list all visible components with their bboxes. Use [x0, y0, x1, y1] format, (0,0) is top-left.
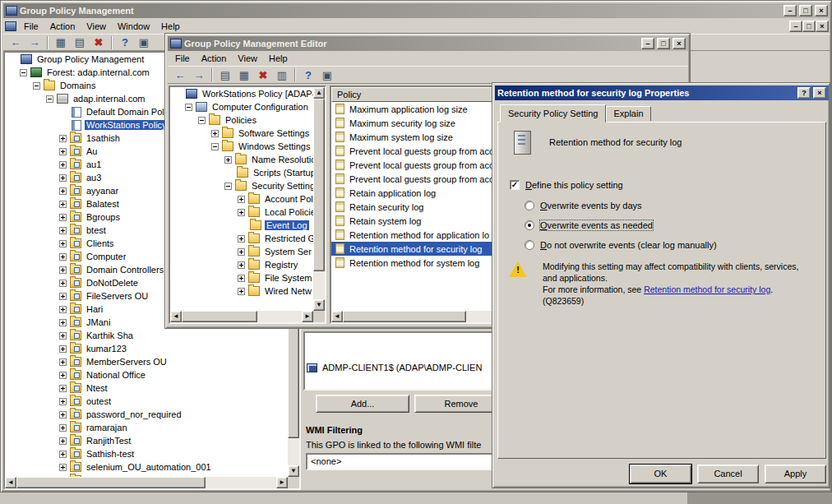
- close-icon[interactable]: ×: [673, 38, 686, 49]
- dialog-help-icon[interactable]: ?: [797, 87, 811, 99]
- tree-item[interactable]: Restricted G: [170, 232, 313, 245]
- expander-plus-icon[interactable]: [59, 464, 67, 471]
- show-console-tree-icon[interactable]: ▦: [52, 35, 70, 50]
- editor-tree[interactable]: WorkStations Policy [ADAP-DC1 Computer C…: [170, 87, 313, 311]
- scroll-down-icon[interactable]: ▼: [288, 465, 299, 477]
- scrollbar-thumb[interactable]: [182, 311, 257, 322]
- radio-overwrite-by-days[interactable]: Overwrite events by days: [525, 201, 642, 210]
- menu-help[interactable]: Help: [263, 51, 294, 66]
- scroll-left-icon[interactable]: ◄: [331, 311, 343, 322]
- scroll-right-icon[interactable]: ►: [302, 311, 313, 322]
- back-icon[interactable]: ←: [7, 35, 25, 50]
- expander-plus-icon[interactable]: [59, 201, 67, 208]
- expander-plus-icon[interactable]: [59, 253, 67, 261]
- radio-do-not-overwrite[interactable]: Do not overwrite events (clear log manua…: [525, 240, 717, 250]
- menu-view[interactable]: View: [81, 19, 112, 34]
- tree-item[interactable]: outest: [5, 395, 288, 408]
- expander-plus-icon[interactable]: [59, 227, 67, 234]
- expander-plus-icon[interactable]: [59, 266, 67, 274]
- forward-icon[interactable]: →: [190, 67, 208, 83]
- expander-plus-icon[interactable]: [59, 214, 67, 221]
- expander-plus-icon[interactable]: [59, 411, 67, 418]
- child-restore-icon[interactable]: □: [802, 21, 816, 32]
- menu-view[interactable]: View: [232, 51, 263, 66]
- tree-item[interactable]: Ntest: [5, 381, 288, 395]
- wmi-filter-dropdown[interactable]: <none>: [306, 453, 510, 470]
- tree-item[interactable]: RanjithTest: [5, 434, 288, 447]
- scrollbar-thumb[interactable]: [343, 311, 466, 322]
- tree-item[interactable]: Account Pol: [170, 192, 313, 206]
- radio-label[interactable]: Do not overwrite events (clear log manua…: [540, 240, 717, 250]
- radio-overwrite-as-needed[interactable]: Overwrite events as needed: [525, 220, 653, 230]
- help-icon[interactable]: ?: [299, 67, 317, 83]
- menu-file[interactable]: File: [169, 51, 196, 66]
- minimize-icon[interactable]: –: [783, 5, 797, 16]
- expander-minus-icon[interactable]: [20, 69, 27, 76]
- tree-item-selected[interactable]: Event Log: [170, 219, 313, 232]
- new-window-icon[interactable]: ▣: [135, 35, 153, 50]
- menu-help[interactable]: Help: [155, 19, 186, 34]
- expander-plus-icon[interactable]: [238, 209, 245, 216]
- ok-button[interactable]: OK: [630, 465, 691, 483]
- dialog-title-bar[interactable]: Retention method for security log Proper…: [495, 86, 829, 100]
- tree-item[interactable]: File System: [170, 271, 313, 284]
- maximize-icon[interactable]: □: [799, 5, 812, 16]
- expander-plus-icon[interactable]: [59, 293, 67, 300]
- child-close-icon[interactable]: ×: [816, 21, 829, 32]
- scroll-up-icon[interactable]: ▲: [313, 87, 325, 99]
- expander-plus-icon[interactable]: [59, 148, 67, 155]
- tree-horizontal-scrollbar[interactable]: ◄ ►: [170, 311, 313, 322]
- console-tree-icon[interactable]: ▦: [235, 67, 253, 83]
- expander-plus-icon[interactable]: [238, 275, 245, 282]
- child-minimize-icon[interactable]: –: [789, 21, 802, 32]
- menu-window[interactable]: Window: [112, 19, 155, 34]
- expander-plus-icon[interactable]: [59, 358, 67, 366]
- expander-minus-icon[interactable]: [198, 117, 206, 124]
- expander-plus-icon[interactable]: [59, 372, 67, 379]
- help-icon[interactable]: ?: [116, 35, 134, 50]
- expander-plus-icon[interactable]: [238, 196, 245, 203]
- documents-icon[interactable]: ▥: [273, 67, 291, 83]
- tree-item[interactable]: System Ser: [170, 245, 313, 258]
- scroll-left-icon[interactable]: ◄: [170, 311, 182, 322]
- tree-horizontal-scrollbar[interactable]: ◄ ►: [5, 477, 288, 488]
- delete-icon[interactable]: ✖: [254, 67, 272, 83]
- tree-item[interactable]: Karthik Sha: [5, 329, 288, 342]
- tree-item[interactable]: WorkStations Policy [ADAP-DC1: [170, 87, 313, 100]
- export-list-icon[interactable]: ▤: [216, 67, 234, 83]
- expander-plus-icon[interactable]: [238, 235, 245, 243]
- minimize-icon[interactable]: –: [641, 38, 654, 49]
- forward-icon[interactable]: →: [25, 35, 44, 50]
- title-bar[interactable]: Group Policy Management Editor – □ ×: [168, 36, 688, 51]
- scroll-down-icon[interactable]: ▼: [313, 299, 325, 311]
- expander-plus-icon[interactable]: [59, 319, 67, 326]
- menu-action[interactable]: Action: [44, 19, 81, 34]
- security-filtering-list[interactable]: ADMP-CLIENT1$ (ADAP\ADMP-CLIEN: [303, 331, 511, 391]
- expander-plus-icon[interactable]: [59, 161, 67, 169]
- expander-plus-icon[interactable]: [59, 174, 67, 182]
- define-policy-row[interactable]: ✓ Define this policy setting: [510, 180, 623, 190]
- tree-item[interactable]: selenium_OU_automation_001: [5, 460, 288, 474]
- expander-minus-icon[interactable]: [211, 143, 219, 150]
- tree-item[interactable]: password_nor_required: [5, 408, 288, 421]
- radio-icon[interactable]: [525, 240, 534, 250]
- add-button[interactable]: Add...: [316, 395, 409, 413]
- expander-plus-icon[interactable]: [59, 437, 67, 445]
- dialog-close-icon[interactable]: ×: [813, 87, 826, 99]
- tree-item[interactable]: Security Setting: [170, 179, 313, 192]
- scroll-left-icon[interactable]: ◄: [5, 477, 16, 488]
- radio-label[interactable]: Overwrite events as needed: [540, 220, 653, 230]
- console-child-icon[interactable]: [5, 21, 16, 31]
- cancel-button[interactable]: Cancel: [697, 465, 759, 483]
- radio-selected-icon[interactable]: [525, 220, 534, 230]
- tree-item[interactable]: Registry: [170, 258, 313, 271]
- back-icon[interactable]: ←: [171, 67, 189, 83]
- tree-item[interactable]: Wired Netw: [170, 284, 313, 298]
- tree-item[interactable]: Computer Configuration: [170, 100, 313, 113]
- tree-item[interactable]: kumar123: [5, 342, 288, 355]
- radio-label[interactable]: Overwrite events by days: [540, 201, 642, 210]
- expander-plus-icon[interactable]: [59, 398, 67, 405]
- maximize-icon[interactable]: □: [657, 38, 670, 49]
- tree-item[interactable]: Sathish-test: [5, 447, 288, 460]
- tree-item[interactable]: Scripts (Startup: [170, 166, 313, 179]
